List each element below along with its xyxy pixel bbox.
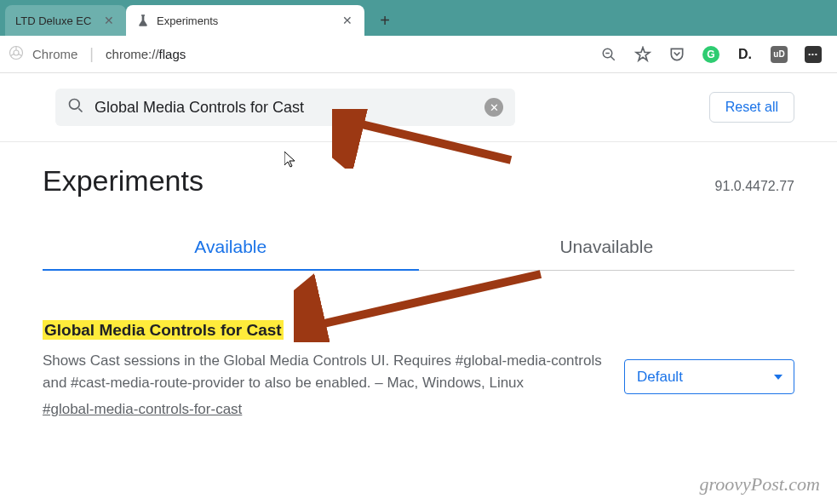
tab-title: Experiments [157,14,334,27]
svg-point-1 [14,50,19,55]
new-tab-button[interactable]: + [373,9,397,32]
browser-tab-active[interactable]: Experiments ✕ [126,5,364,36]
zoom-icon[interactable] [599,44,619,65]
search-icon [67,97,84,117]
search-box: ✕ [55,89,515,126]
extension-d-icon[interactable]: D. [735,44,755,65]
url-text[interactable]: chrome://flags [106,47,186,61]
reset-all-button[interactable]: Reset all [709,92,794,123]
page-title: Experiments [43,164,204,198]
version-label: 91.0.4472.77 [715,179,794,194]
flag-description: Shows Cast sessions in the Global Media … [43,350,607,395]
flag-title: Global Media Controls for Cast [43,320,284,340]
extension-menu-icon[interactable]: ••• [803,44,823,65]
clear-search-icon[interactable]: ✕ [484,98,503,117]
tab-available[interactable]: Available [43,225,419,271]
url-separator: | [89,45,94,63]
flags-tabs: Available Unavailable [43,225,794,271]
flag-item: Global Media Controls for Cast Shows Cas… [43,318,794,418]
url-scheme-label: Chrome [32,47,77,61]
svg-line-6 [78,108,82,112]
tab-title: LTD Deluxe EC [15,14,102,27]
browser-toolbar: Chrome | chrome://flags G D. uD ••• [0,36,837,73]
flask-icon [136,14,150,27]
flags-page: Experiments 91.0.4472.77 Available Unava… [0,142,837,432]
browser-tab-inactive[interactable]: LTD Deluxe EC ✕ [5,5,126,36]
watermark: groovyPost.com [699,473,820,495]
svg-line-3 [611,56,615,60]
extension-grammarly-icon[interactable]: G [701,44,721,65]
browser-tab-strip: LTD Deluxe EC ✕ Experiments ✕ + [0,0,837,36]
svg-point-5 [70,100,80,110]
flag-state-select[interactable]: Default [624,359,794,394]
flag-id-link[interactable]: #global-media-controls-for-cast [43,401,242,418]
bookmark-star-icon[interactable] [633,44,653,65]
close-icon[interactable]: ✕ [102,14,116,27]
tab-unavailable[interactable]: Unavailable [419,225,795,271]
pocket-icon[interactable] [667,44,687,65]
search-input[interactable] [95,99,474,117]
chrome-icon [9,45,24,64]
close-icon[interactable]: ✕ [341,14,354,27]
flags-search-section: ✕ Reset all [0,73,837,142]
extension-ublock-icon[interactable]: uD [769,44,789,65]
